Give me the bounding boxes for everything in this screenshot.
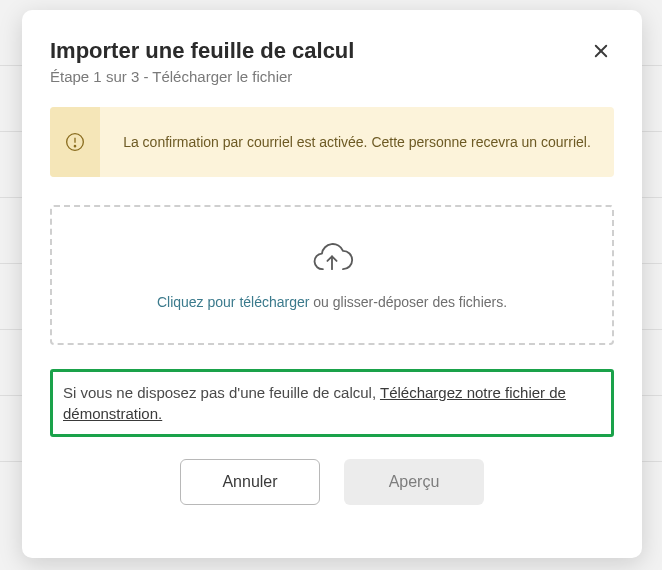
help-prefix: Si vous ne disposez pas d'une feuille de… [63, 384, 380, 401]
demo-file-help: Si vous ne disposez pas d'une feuille de… [50, 369, 614, 437]
dropzone-rest: ou glisser-déposer des fichiers. [309, 294, 507, 310]
close-button[interactable] [588, 38, 614, 67]
warning-icon [65, 132, 85, 152]
alert-icon-wrap [50, 107, 100, 177]
dropzone-link: Cliquez pour télécharger [157, 294, 310, 310]
close-icon [592, 42, 610, 60]
modal-header: Importer une feuille de calcul Étape 1 s… [50, 38, 614, 85]
modal-title: Importer une feuille de calcul [50, 38, 354, 64]
import-modal: Importer une feuille de calcul Étape 1 s… [22, 10, 642, 558]
preview-button[interactable]: Aperçu [344, 459, 484, 505]
file-dropzone[interactable]: Cliquez pour télécharger ou glisser-dépo… [50, 205, 614, 345]
alert-text: La confirmation par courriel est activée… [100, 107, 614, 177]
modal-subtitle: Étape 1 sur 3 - Télécharger le fichier [50, 68, 354, 85]
cancel-button[interactable]: Annuler [180, 459, 320, 505]
modal-footer: Annuler Aperçu [50, 459, 614, 505]
dropzone-text: Cliquez pour télécharger ou glisser-dépo… [157, 294, 507, 310]
email-confirmation-alert: La confirmation par courriel est activée… [50, 107, 614, 177]
svg-point-4 [74, 146, 75, 147]
cloud-upload-icon [310, 240, 354, 280]
